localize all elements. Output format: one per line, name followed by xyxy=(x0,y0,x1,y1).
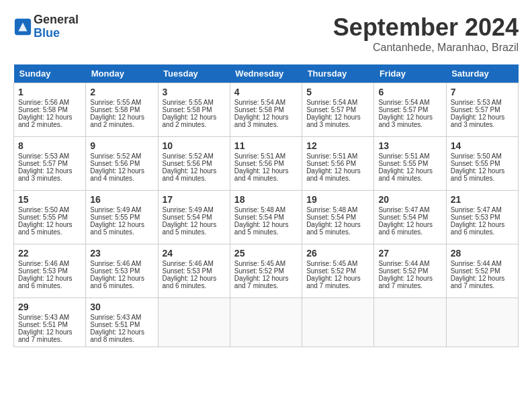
calendar-cell: 26Sunrise: 5:45 AMSunset: 5:52 PMDayligh… xyxy=(302,244,374,298)
day-info: and 2 minutes. xyxy=(163,121,207,128)
header-monday: Monday xyxy=(86,64,158,83)
day-info: Sunrise: 5:44 AM xyxy=(378,260,429,267)
day-info: Daylight: 12 hours xyxy=(18,167,73,175)
day-info: Daylight: 12 hours xyxy=(306,113,361,121)
day-info: Sunrise: 5:54 AM xyxy=(306,99,357,106)
day-number: 3 xyxy=(163,87,226,97)
day-info: Sunrise: 5:51 AM xyxy=(306,152,357,160)
day-info: and 3 minutes. xyxy=(451,121,495,128)
calendar-cell: 10Sunrise: 5:52 AMSunset: 5:56 PMDayligh… xyxy=(158,137,230,191)
day-number: 28 xyxy=(451,248,514,259)
day-info: Daylight: 12 hours xyxy=(163,113,217,121)
day-number: 10 xyxy=(163,140,226,151)
day-info: and 4 minutes. xyxy=(306,175,351,182)
header-row: Sunday Monday Tuesday Wednesday Thursday… xyxy=(14,64,519,83)
day-info: and 4 minutes. xyxy=(378,175,423,182)
day-number: 14 xyxy=(451,140,514,151)
day-number: 29 xyxy=(18,302,81,312)
calendar-cell: 29Sunrise: 5:43 AMSunset: 5:51 PMDayligh… xyxy=(14,298,86,347)
day-info: Daylight: 12 hours xyxy=(306,167,361,175)
day-info: and 6 minutes. xyxy=(378,228,423,236)
day-number: 19 xyxy=(306,194,369,205)
day-info: Daylight: 12 hours xyxy=(451,113,505,121)
calendar-cell: 2Sunrise: 5:55 AMSunset: 5:58 PMDaylight… xyxy=(86,83,158,137)
day-info: Sunrise: 5:47 AM xyxy=(451,206,502,214)
header-saturday: Saturday xyxy=(446,64,518,83)
day-number: 27 xyxy=(378,248,441,259)
day-number: 5 xyxy=(306,87,369,97)
day-info: Sunrise: 5:46 AM xyxy=(90,260,141,267)
header-wednesday: Wednesday xyxy=(230,64,302,83)
day-info: Sunrise: 5:51 AM xyxy=(378,152,429,160)
day-info: Sunrise: 5:53 AM xyxy=(18,152,69,160)
day-info: Daylight: 12 hours xyxy=(234,113,289,121)
day-info: Daylight: 12 hours xyxy=(163,167,217,175)
day-info: and 3 minutes. xyxy=(378,121,423,128)
day-info: Sunrise: 5:53 AM xyxy=(451,99,502,106)
day-number: 16 xyxy=(90,194,153,205)
day-info: Sunrise: 5:49 AM xyxy=(163,206,214,214)
calendar-cell: 15Sunrise: 5:50 AMSunset: 5:55 PMDayligh… xyxy=(14,191,86,244)
day-info: Sunset: 5:57 PM xyxy=(378,106,428,113)
day-number: 4 xyxy=(234,87,298,97)
day-info: Sunrise: 5:45 AM xyxy=(306,260,357,267)
calendar-cell: 18Sunrise: 5:48 AMSunset: 5:54 PMDayligh… xyxy=(230,191,302,244)
calendar-cell: 27Sunrise: 5:44 AMSunset: 5:52 PMDayligh… xyxy=(374,244,446,298)
day-info: Daylight: 12 hours xyxy=(451,167,505,175)
day-number: 18 xyxy=(234,194,298,205)
day-info: Sunset: 5:53 PM xyxy=(18,267,68,275)
day-number: 8 xyxy=(18,140,81,151)
day-info: Sunset: 5:54 PM xyxy=(306,214,356,221)
day-info: Sunrise: 5:48 AM xyxy=(234,206,285,214)
day-info: and 4 minutes. xyxy=(234,175,279,182)
calendar-cell: 9Sunrise: 5:52 AMSunset: 5:56 PMDaylight… xyxy=(86,137,158,191)
day-info: Sunset: 5:55 PM xyxy=(451,160,500,167)
logo-blue: Blue xyxy=(34,27,79,40)
day-info: Sunrise: 5:45 AM xyxy=(234,260,285,267)
day-info: Sunset: 5:52 PM xyxy=(234,267,284,275)
day-number: 11 xyxy=(234,140,298,151)
day-info: and 8 minutes. xyxy=(90,336,134,343)
day-info: Daylight: 12 hours xyxy=(306,275,361,282)
day-info: Sunset: 5:58 PM xyxy=(163,106,212,113)
calendar-cell: 28Sunrise: 5:44 AMSunset: 5:52 PMDayligh… xyxy=(446,244,518,298)
calendar-cell: 22Sunrise: 5:46 AMSunset: 5:53 PMDayligh… xyxy=(14,244,86,298)
day-info: Sunrise: 5:51 AM xyxy=(234,152,285,160)
day-info: and 2 minutes. xyxy=(18,121,62,128)
day-number: 15 xyxy=(18,194,81,205)
day-info: Sunrise: 5:50 AM xyxy=(451,152,502,160)
day-info: Sunset: 5:57 PM xyxy=(306,106,356,113)
day-info: Daylight: 12 hours xyxy=(163,275,217,282)
title-block: September 2024 Cantanhede, Maranhao, Bra… xyxy=(333,13,519,54)
day-number: 23 xyxy=(90,248,153,259)
day-number: 17 xyxy=(163,194,226,205)
day-info: Sunrise: 5:55 AM xyxy=(163,99,214,106)
day-info: Sunset: 5:52 PM xyxy=(451,267,500,275)
day-info: and 7 minutes. xyxy=(306,282,351,289)
day-number: 1 xyxy=(18,87,81,97)
calendar-cell: 5Sunrise: 5:54 AMSunset: 5:57 PMDaylight… xyxy=(302,83,374,137)
day-number: 21 xyxy=(451,194,514,205)
calendar-cell: 23Sunrise: 5:46 AMSunset: 5:53 PMDayligh… xyxy=(86,244,158,298)
calendar-cell xyxy=(158,298,230,347)
day-number: 9 xyxy=(90,140,153,151)
day-info: Daylight: 12 hours xyxy=(451,221,505,228)
day-info: Sunset: 5:53 PM xyxy=(451,214,500,221)
day-info: Sunset: 5:58 PM xyxy=(234,106,284,113)
day-info: and 6 minutes. xyxy=(163,282,207,289)
day-info: Sunset: 5:51 PM xyxy=(18,321,68,328)
day-info: Sunrise: 5:50 AM xyxy=(18,206,69,214)
day-number: 6 xyxy=(378,87,441,97)
day-info: Sunset: 5:57 PM xyxy=(451,106,500,113)
day-info: Daylight: 12 hours xyxy=(18,275,73,282)
calendar-cell: 3Sunrise: 5:55 AMSunset: 5:58 PMDaylight… xyxy=(158,83,230,137)
day-info: Sunset: 5:55 PM xyxy=(378,160,428,167)
day-number: 2 xyxy=(90,87,153,97)
day-info: Sunset: 5:58 PM xyxy=(90,106,140,113)
day-info: Sunrise: 5:49 AM xyxy=(90,206,141,214)
header-sunday: Sunday xyxy=(14,64,86,83)
calendar-cell: 24Sunrise: 5:46 AMSunset: 5:53 PMDayligh… xyxy=(158,244,230,298)
table-row: 29Sunrise: 5:43 AMSunset: 5:51 PMDayligh… xyxy=(14,298,519,347)
day-info: Sunrise: 5:52 AM xyxy=(163,152,214,160)
table-row: 8Sunrise: 5:53 AMSunset: 5:57 PMDaylight… xyxy=(14,137,519,191)
